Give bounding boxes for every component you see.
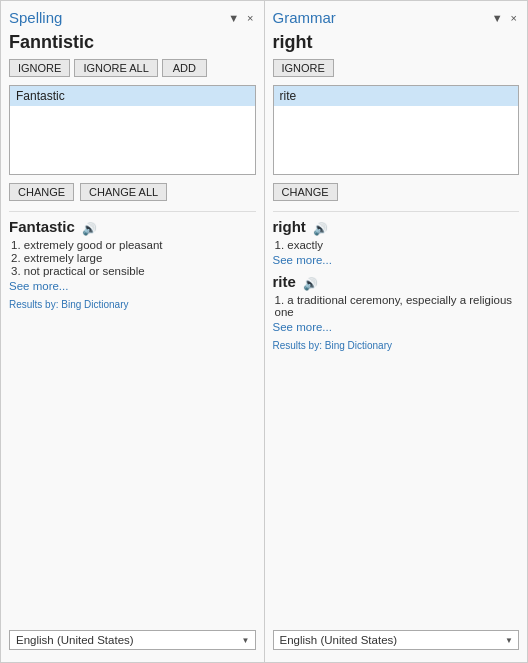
spelling-speaker-icon[interactable]: 🔊 bbox=[82, 222, 96, 236]
grammar-def-list-2: 1. a traditional ceremony, especially a … bbox=[273, 294, 520, 318]
spelling-change-all-btn[interactable]: CHANGE ALL bbox=[80, 183, 167, 201]
grammar-results-by: Results by: Bing Dictionary bbox=[273, 340, 520, 351]
spelling-def-item-2: 2. extremely large bbox=[11, 252, 256, 264]
spelling-language-row: English (United States) bbox=[9, 630, 256, 650]
spelling-add-btn[interactable]: ADD bbox=[162, 59, 207, 77]
grammar-language-row: English (United States) bbox=[273, 630, 520, 650]
spelling-definition-section: Fantastic 🔊 1. extremely good or pleasan… bbox=[9, 218, 256, 293]
grammar-action-buttons: IGNORE bbox=[273, 59, 520, 77]
grammar-divider bbox=[273, 211, 520, 212]
spelling-title-bar: Spelling ▼ × bbox=[9, 9, 256, 26]
spelling-def-item-3: 3. not practical or sensible bbox=[11, 265, 256, 277]
grammar-def-list-1: 1. exactly bbox=[273, 239, 520, 251]
grammar-minimize-btn[interactable]: ▼ bbox=[490, 12, 505, 24]
spelling-divider bbox=[9, 211, 256, 212]
grammar-def-word-1: right bbox=[273, 218, 306, 235]
spelling-results-by-label: Results by: bbox=[9, 299, 58, 310]
spelling-suggestions-box[interactable]: Fantastic bbox=[9, 85, 256, 175]
grammar-suggestion-item[interactable]: rite bbox=[274, 86, 519, 106]
spelling-results-by-source[interactable]: Bing Dictionary bbox=[61, 299, 128, 310]
grammar-def-item-2-1: 1. a traditional ceremony, especially a … bbox=[275, 294, 520, 318]
spelling-ignore-all-btn[interactable]: IGNORE ALL bbox=[74, 59, 157, 77]
grammar-see-more-link-2[interactable]: See more... bbox=[273, 321, 332, 333]
spelling-language-select-wrapper: English (United States) bbox=[9, 630, 256, 650]
grammar-change-btn[interactable]: CHANGE bbox=[273, 183, 338, 201]
grammar-panel: Grammar ▼ × right IGNORE rite CHANGE rig… bbox=[264, 0, 529, 663]
spelling-see-more-link[interactable]: See more... bbox=[9, 280, 68, 292]
spelling-panel: Spelling ▼ × Fanntistic IGNORE IGNORE AL… bbox=[0, 0, 264, 663]
spelling-ignore-btn[interactable]: IGNORE bbox=[9, 59, 70, 77]
spelling-def-word: Fantastic bbox=[9, 218, 75, 235]
grammar-speaker-icon-1[interactable]: 🔊 bbox=[313, 222, 327, 236]
grammar-title-bar: Grammar ▼ × bbox=[273, 9, 520, 26]
grammar-def-word-2: rite bbox=[273, 273, 296, 290]
spelling-results-by: Results by: Bing Dictionary bbox=[9, 299, 256, 310]
spelling-change-buttons: CHANGE CHANGE ALL bbox=[9, 183, 256, 201]
grammar-see-more-link-1[interactable]: See more... bbox=[273, 254, 332, 266]
grammar-def-item-1-1: 1. exactly bbox=[275, 239, 520, 251]
grammar-title: Grammar bbox=[273, 9, 336, 26]
spelling-controls: ▼ × bbox=[226, 12, 255, 24]
spelling-close-btn[interactable]: × bbox=[245, 12, 255, 24]
spelling-action-buttons: IGNORE IGNORE ALL ADD bbox=[9, 59, 256, 77]
grammar-speaker-icon-2[interactable]: 🔊 bbox=[303, 277, 317, 291]
grammar-definition-section-2: rite 🔊 1. a traditional ceremony, especi… bbox=[273, 273, 520, 334]
spelling-def-list: 1. extremely good or pleasant 2. extreme… bbox=[9, 239, 256, 277]
spelling-def-item-1: 1. extremely good or pleasant bbox=[11, 239, 256, 251]
grammar-change-buttons: CHANGE bbox=[273, 183, 520, 201]
spelling-suggestion-item[interactable]: Fantastic bbox=[10, 86, 255, 106]
spelling-minimize-btn[interactable]: ▼ bbox=[226, 12, 241, 24]
grammar-results-by-source[interactable]: Bing Dictionary bbox=[325, 340, 392, 351]
grammar-word: right bbox=[273, 32, 520, 53]
grammar-controls: ▼ × bbox=[490, 12, 519, 24]
grammar-ignore-btn[interactable]: IGNORE bbox=[273, 59, 334, 77]
grammar-language-select-wrapper: English (United States) bbox=[273, 630, 520, 650]
grammar-definition-section-1: right 🔊 1. exactly See more... bbox=[273, 218, 520, 267]
grammar-language-select[interactable]: English (United States) bbox=[273, 630, 520, 650]
spelling-title: Spelling bbox=[9, 9, 62, 26]
grammar-suggestions-box[interactable]: rite bbox=[273, 85, 520, 175]
spelling-change-btn[interactable]: CHANGE bbox=[9, 183, 74, 201]
spelling-language-select[interactable]: English (United States) bbox=[9, 630, 256, 650]
spelling-word: Fanntistic bbox=[9, 32, 256, 53]
grammar-results-by-label: Results by: bbox=[273, 340, 322, 351]
grammar-close-btn[interactable]: × bbox=[509, 12, 519, 24]
